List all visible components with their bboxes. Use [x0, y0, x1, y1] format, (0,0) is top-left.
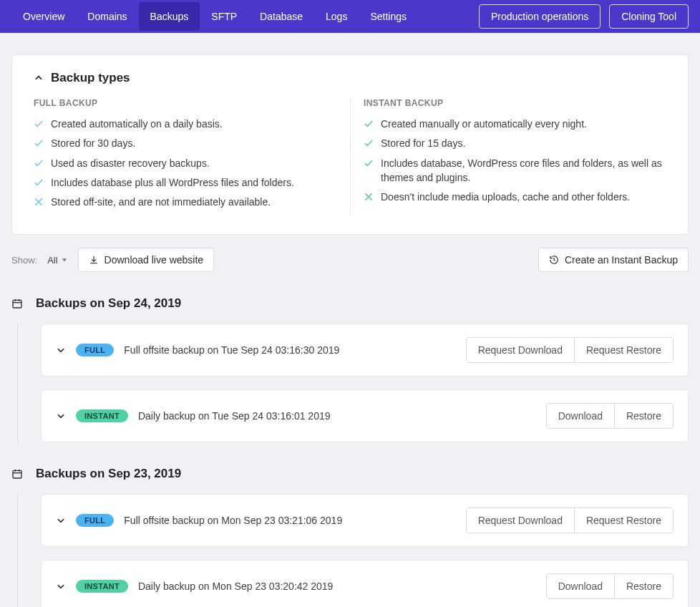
- backup-date-section: Backups on Sep 23, 2019FULLFull offsite …: [11, 467, 689, 607]
- backup-groups: Backups on Sep 24, 2019FULLFull offsite …: [11, 296, 689, 607]
- panel-title: Backup types: [51, 71, 130, 85]
- svg-rect-5: [13, 301, 21, 309]
- svg-rect-9: [13, 471, 21, 479]
- feature-text: Created manually or automatically every …: [381, 117, 587, 131]
- nav-item-database[interactable]: Database: [248, 2, 314, 31]
- feature-item: Includes database, WordPress core files …: [364, 156, 666, 185]
- chevron-down-icon[interactable]: [56, 411, 66, 421]
- feature-text: Stored for 15 days.: [381, 136, 465, 150]
- full-backup-list: Created automatically on a daily basis.S…: [34, 117, 350, 209]
- feature-text: Stored for 30 days.: [51, 136, 135, 150]
- check-icon: [364, 119, 374, 129]
- feature-item: Stored for 30 days.: [34, 136, 350, 150]
- backup-row: FULLFull offsite backup on Tue Sep 24 03…: [41, 324, 689, 377]
- instant-backup-col: INSTANT BACKUP Created manually or autom…: [350, 98, 666, 214]
- nav-button-production-operations[interactable]: Production operations: [479, 4, 601, 29]
- cross-icon: [34, 197, 44, 207]
- chevron-down-icon[interactable]: [56, 581, 66, 591]
- top-nav: OverviewDomainsBackupsSFTPDatabaseLogsSe…: [0, 0, 700, 33]
- request-restore-button[interactable]: Request Restore: [574, 338, 673, 362]
- check-icon: [34, 158, 44, 168]
- svg-marker-4: [62, 259, 67, 262]
- feature-text: Doesn't include media uploads, cache and…: [381, 190, 630, 204]
- nav-right: Production operationsCloning Tool: [479, 4, 689, 29]
- feature-item: Doesn't include media uploads, cache and…: [364, 190, 666, 204]
- request-download-button[interactable]: Request Download: [467, 508, 574, 533]
- backup-row: INSTANTDaily backup on Tue Sep 24 03:16:…: [41, 389, 689, 442]
- history-icon: [549, 255, 559, 265]
- feature-text: Used as disaster recovery backups.: [51, 156, 210, 170]
- backup-timeline: FULLFull offsite backup on Mon Sep 23 03…: [17, 494, 689, 607]
- nav-item-logs[interactable]: Logs: [314, 2, 359, 31]
- download-icon: [89, 255, 99, 265]
- feature-item: Created manually or automatically every …: [364, 117, 666, 131]
- download-button[interactable]: Download: [547, 574, 614, 598]
- feature-item: Stored for 15 days.: [364, 136, 666, 150]
- nav-left: OverviewDomainsBackupsSFTPDatabaseLogsSe…: [11, 2, 418, 31]
- backup-kind-badge: FULL: [76, 514, 114, 527]
- instant-backup-list: Created manually or automatically every …: [364, 117, 666, 204]
- check-icon: [364, 158, 374, 168]
- nav-item-settings[interactable]: Settings: [359, 2, 418, 31]
- chevron-down-icon[interactable]: [56, 515, 66, 525]
- backup-kind-badge: INSTANT: [76, 580, 128, 593]
- backup-description: Daily backup on Mon Sep 23 03:20:42 2019: [138, 581, 333, 592]
- chevron-down-icon[interactable]: [56, 345, 66, 355]
- calendar-icon: [11, 468, 23, 480]
- nav-item-domains[interactable]: Domains: [76, 2, 138, 31]
- show-label: Show:: [11, 255, 37, 266]
- feature-text: Created automatically on a daily basis.: [51, 117, 223, 131]
- full-backup-col: FULL BACKUP Created automatically on a d…: [34, 98, 350, 214]
- check-icon: [34, 178, 44, 188]
- backup-date-header: Backups on Sep 24, 2019: [11, 296, 689, 311]
- filter-toolbar: Show: All Download live website Create a…: [11, 248, 689, 272]
- show-filter-value: All: [47, 255, 57, 266]
- check-icon: [34, 138, 44, 148]
- backup-actions: Request DownloadRequest Restore: [466, 337, 674, 363]
- backup-actions: DownloadRestore: [546, 403, 674, 429]
- backup-date-title: Backups on Sep 24, 2019: [36, 296, 181, 311]
- nav-button-cloning-tool[interactable]: Cloning Tool: [609, 4, 689, 29]
- backup-date-title: Backups on Sep 23, 2019: [36, 467, 181, 481]
- request-download-button[interactable]: Request Download: [467, 338, 574, 362]
- check-icon: [34, 119, 44, 129]
- calendar-icon: [11, 298, 23, 309]
- feature-item: Used as disaster recovery backups.: [34, 156, 350, 170]
- feature-text: Stored off-site, and are not immediately…: [51, 195, 271, 209]
- nav-item-sftp[interactable]: SFTP: [200, 2, 248, 31]
- backup-actions: Request DownloadRequest Restore: [466, 508, 674, 533]
- feature-text: Includes database plus all WordPress fil…: [51, 175, 294, 190]
- show-filter-dropdown[interactable]: All: [47, 255, 67, 266]
- create-instant-label: Create an Instant Backup: [565, 254, 678, 266]
- nav-item-overview[interactable]: Overview: [11, 2, 76, 31]
- download-button[interactable]: Download: [547, 404, 614, 428]
- caret-down-icon: [61, 256, 68, 263]
- backup-types-toggle[interactable]: Backup types: [34, 71, 666, 85]
- request-restore-button[interactable]: Request Restore: [574, 508, 673, 533]
- backup-types-panel: Backup types FULL BACKUP Created automat…: [11, 54, 689, 235]
- feature-text: Includes database, WordPress core files …: [381, 156, 666, 185]
- nav-item-backups[interactable]: Backups: [139, 2, 200, 31]
- download-live-website-button[interactable]: Download live website: [78, 248, 215, 272]
- backup-kind-badge: FULL: [76, 344, 114, 356]
- backup-timeline: FULLFull offsite backup on Tue Sep 24 03…: [17, 324, 689, 442]
- page-body: Backup types FULL BACKUP Created automat…: [0, 33, 700, 607]
- create-instant-backup-button[interactable]: Create an Instant Backup: [538, 248, 689, 272]
- instant-backup-heading: INSTANT BACKUP: [364, 98, 666, 108]
- check-icon: [364, 138, 374, 148]
- restore-button[interactable]: Restore: [614, 404, 673, 428]
- feature-item: Stored off-site, and are not immediately…: [34, 195, 350, 209]
- backup-description: Full offsite backup on Mon Sep 23 03:21:…: [124, 515, 342, 526]
- panel-columns: FULL BACKUP Created automatically on a d…: [34, 98, 666, 214]
- download-live-label: Download live website: [104, 254, 204, 266]
- backup-date-section: Backups on Sep 24, 2019FULLFull offsite …: [11, 296, 689, 442]
- backup-description: Daily backup on Tue Sep 24 03:16:01 2019: [138, 410, 331, 422]
- cross-icon: [364, 192, 374, 202]
- backup-actions: DownloadRestore: [546, 573, 674, 599]
- full-backup-heading: FULL BACKUP: [34, 98, 350, 108]
- backup-row: FULLFull offsite backup on Mon Sep 23 03…: [41, 494, 689, 547]
- restore-button[interactable]: Restore: [614, 574, 673, 598]
- backup-row: INSTANTDaily backup on Mon Sep 23 03:20:…: [41, 560, 689, 607]
- feature-item: Includes database plus all WordPress fil…: [34, 175, 350, 190]
- backup-description: Full offsite backup on Tue Sep 24 03:16:…: [124, 344, 339, 356]
